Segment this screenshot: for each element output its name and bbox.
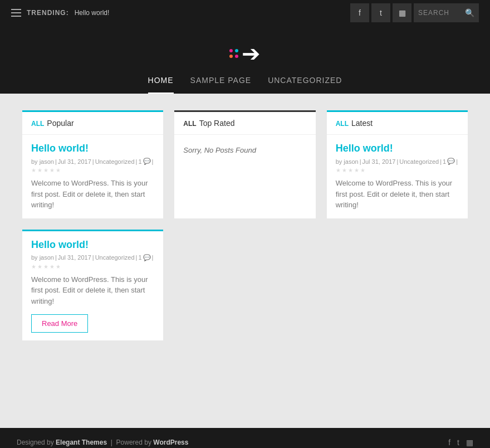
popular-meta-comments: 1 [138, 158, 141, 165]
footer-designed-by: Designed by [17, 439, 54, 446]
popular-meta-date: Jul 31, 2017 [58, 158, 91, 165]
popular-widget: ALLPopular Hello world! by jason | Jul 3… [22, 110, 163, 218]
second-card-title[interactable]: Hello world! [31, 239, 154, 251]
latest-comment-icon: 💬 [447, 158, 455, 165]
latest-all-label: ALL [336, 120, 349, 128]
popular-post-title[interactable]: Hello world! [31, 143, 154, 154]
site-footer: Designed by Elegant Themes | Powered by … [0, 428, 490, 448]
second-card-meta: by jason | Jul 31, 2017 | Uncategorized … [31, 254, 154, 261]
popular-post-excerpt: Welcome to WordPress. This is your first… [31, 178, 154, 211]
footer-left: Designed by Elegant Themes | Powered by … [17, 439, 188, 446]
latest-meta-by: by jason [336, 158, 359, 165]
latest-meta-date: Jul 31, 2017 [362, 158, 396, 165]
search-bar: 🔍 [414, 3, 479, 22]
nav-sample-page[interactable]: SAMPLE PAGE [190, 76, 252, 94]
latest-meta-category: Uncategorized [399, 158, 439, 165]
latest-meta-comments: 1 [443, 158, 446, 165]
latest-post-title[interactable]: Hello world! [336, 143, 459, 154]
dot-pink-1 [229, 49, 233, 52]
latest-stars: ★ ★ ★ ★ ★ [336, 167, 459, 173]
top-bar-left: TRENDING: Hello world! [11, 9, 109, 17]
second-card: Hello world! by jason | Jul 31, 2017 | U… [22, 230, 163, 341]
logo-arrow-icon: ➔ [242, 42, 261, 65]
second-meta-date: Jul 31, 2017 [58, 254, 91, 261]
footer-twitter-icon[interactable]: t [457, 438, 459, 447]
footer-facebook-icon[interactable]: f [448, 438, 450, 447]
latest-post-excerpt: Welcome to WordPress. This is your first… [336, 178, 459, 211]
nav-uncategorized[interactable]: UNCATEGORIZED [268, 76, 342, 94]
second-comment-icon: 💬 [143, 254, 151, 261]
footer-powered-by: Powered by [116, 439, 151, 446]
popular-widget-body: Hello world! by jason | Jul 31, 2017 | U… [22, 135, 163, 218]
footer-right: f t ▦ [448, 438, 473, 447]
main-content: ALLPopular Hello world! by jason | Jul 3… [0, 94, 490, 428]
top-rated-widget: ALLTop Rated Sorry, No Posts Found [174, 110, 315, 218]
search-input[interactable] [418, 9, 463, 17]
second-meta-category: Uncategorized [95, 254, 135, 261]
top-rated-no-posts: Sorry, No Posts Found [174, 135, 315, 165]
popular-all-label: ALL [31, 120, 44, 128]
latest-title: Latest [351, 119, 373, 128]
trending-label: TRENDING: [27, 9, 69, 17]
second-post-excerpt: Welcome to WordPress. This is your first… [31, 274, 154, 307]
top-bar: TRENDING: Hello world! f t ▦ 🔍 [0, 0, 490, 26]
footer-wordpress[interactable]: WordPress [153, 439, 188, 446]
top-rated-widget-header: ALLTop Rated [174, 112, 315, 135]
logo-dots [229, 49, 238, 58]
popular-meta-by: by jason [31, 158, 54, 165]
trending-text: Hello world! [75, 9, 110, 17]
popular-post-meta: by jason | Jul 31, 2017 | Uncategorized … [31, 158, 154, 165]
top-rated-all-label: ALL [183, 120, 196, 128]
top-bar-right: f t ▦ 🔍 [350, 3, 479, 22]
footer-instagram-icon[interactable]: ▦ [466, 438, 473, 447]
posts-grid: ALLPopular Hello world! by jason | Jul 3… [22, 110, 468, 218]
popular-meta-category: Uncategorized [95, 158, 135, 165]
read-more-button[interactable]: Read More [31, 314, 88, 333]
twitter-icon[interactable]: t [371, 3, 390, 22]
dot-blue-1 [235, 49, 238, 52]
latest-widget: ALLLatest Hello world! by jason | Jul 31… [327, 110, 468, 218]
second-card-body: Hello world! by jason | Jul 31, 2017 | U… [22, 231, 163, 341]
latest-widget-body: Hello world! by jason | Jul 31, 2017 | U… [327, 135, 468, 218]
popular-stars: ★ ★ ★ ★ ★ [31, 167, 154, 173]
popular-widget-header: ALLPopular [22, 112, 163, 135]
nav-home[interactable]: HOME [148, 76, 174, 94]
second-meta-comments: 1 [138, 254, 141, 261]
latest-post-meta: by jason | Jul 31, 2017 | Uncategorized … [336, 158, 459, 165]
second-meta-by: by jason [31, 254, 54, 261]
second-stars: ★ ★ ★ ★ ★ [31, 264, 154, 270]
main-nav: HOME SAMPLE PAGE UNCATEGORIZED [148, 76, 342, 94]
footer-elegant-themes[interactable]: Elegant Themes [56, 439, 107, 446]
latest-widget-header: ALLLatest [327, 112, 468, 135]
top-rated-title: Top Rated [199, 119, 235, 128]
instagram-icon[interactable]: ▦ [393, 3, 411, 22]
dot-pink-2 [235, 55, 238, 58]
hamburger-menu[interactable] [11, 9, 21, 17]
popular-title: Popular [47, 119, 74, 128]
site-header: ➔ HOME SAMPLE PAGE UNCATEGORIZED [0, 26, 490, 94]
comment-icon: 💬 [143, 158, 151, 165]
logo-area: ➔ [229, 42, 261, 65]
facebook-icon[interactable]: f [350, 3, 369, 22]
second-row: Hello world! by jason | Jul 31, 2017 | U… [22, 230, 468, 341]
dot-orange-1 [229, 55, 233, 58]
search-button[interactable]: 🔍 [465, 8, 474, 17]
